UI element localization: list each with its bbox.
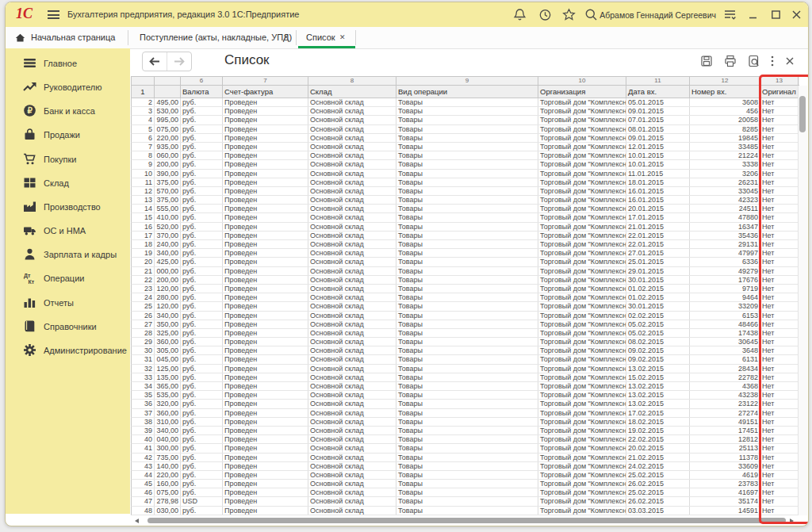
table-row[interactable]: 8060,00руб.ПроведенОсновной складТоварыТ… [131, 151, 799, 160]
table-row[interactable]: 2495,00руб.ПроведенОсновной складТоварыТ… [131, 98, 799, 107]
column-number[interactable]: 9 [396, 77, 538, 85]
table-row[interactable]: 3530,00руб.ПроведенОсновной складТоварыТ… [131, 107, 799, 116]
back-button[interactable] [143, 52, 167, 71]
tab-spisok-close-icon[interactable]: ✕ [339, 33, 346, 41]
table-row[interactable]: 25120,00руб.ПроведенОсновной складТовары… [131, 302, 799, 311]
sidebar-item-7[interactable]: ОС и НМА [6, 219, 130, 243]
print-button[interactable] [724, 55, 737, 67]
column-number[interactable]: 11 [626, 77, 690, 85]
sidebar-item-1[interactable]: Руководителю [6, 75, 130, 99]
horizontal-scrollbar-thumb[interactable] [147, 518, 786, 523]
table-row[interactable]: 23120,00руб.ПроведенОсновной складТовары… [131, 285, 799, 293]
table-row[interactable]: 20425,00руб.ПроведенОсновной складТовары… [131, 258, 799, 266]
save-button[interactable] [700, 55, 713, 67]
column-header-5[interactable]: Вид операции [396, 86, 538, 98]
table-row[interactable]: 6220,00руб.ПроведенОсновной складТоварыТ… [131, 134, 799, 143]
table-row[interactable]: 48030,00руб.ПроведенОсновной складТовары… [131, 507, 799, 515]
table-row[interactable]: 47278,98USDПроведенОсновной складТоварыТ… [131, 497, 799, 506]
column-header-6[interactable]: Организация [538, 86, 626, 98]
table-row[interactable]: 12570,00руб.ПроведенОсновной складТовары… [131, 187, 799, 196]
table-row[interactable]: 39340,00руб.ПроведенОсновной складТовары… [131, 427, 799, 435]
close-window-button[interactable] [790, 8, 803, 21]
currency-cell: руб. [181, 346, 223, 354]
table-row[interactable]: 22200,00руб.ПроведенОсновной складТовары… [131, 276, 799, 285]
table-row[interactable]: 34365,00руб.ПроведенОсновной складТовары… [131, 382, 799, 391]
table-row[interactable]: 21000,00руб.ПроведенОсновной складТовары… [131, 267, 799, 276]
forward-button[interactable] [167, 52, 191, 71]
table-row[interactable]: 32125,00руб.ПроведенОсновной складТовары… [131, 365, 799, 373]
table-row[interactable]: 28325,00руб.ПроведенОсновной складТовары… [131, 329, 799, 338]
find-button[interactable] [748, 55, 760, 67]
table-row[interactable]: 19340,00руб.ПроведенОсновной складТовары… [131, 249, 799, 258]
table-row[interactable]: 7935,00руб.ПроведенОсновной складТоварыТ… [131, 143, 799, 151]
history-icon[interactable] [538, 8, 552, 21]
table-row[interactable]: 16520,00руб.ПроведенОсновной складТовары… [131, 223, 799, 232]
table-row[interactable]: 30305,00руб.ПроведенОсновной складТовары… [131, 346, 799, 355]
user-name[interactable]: Абрамов Геннадий Сергеевич [599, 10, 716, 20]
column-number[interactable]: 8 [308, 77, 396, 85]
main-menu-icon[interactable] [48, 10, 59, 21]
column-header-3[interactable]: Счет-фактура [223, 86, 308, 98]
table-row[interactable]: 15410,00руб.ПроведенОсновной складТовары… [131, 213, 799, 222]
table-row[interactable]: 5075,00руб.ПроведенОсновной складТоварыТ… [131, 125, 799, 134]
table-row[interactable]: 17370,00руб.ПроведенОсновной складТовары… [131, 232, 799, 240]
table-row[interactable]: 26340,00руб.ПроведенОсновной складТовары… [131, 312, 799, 320]
table-row[interactable]: 11375,00руб.ПроведенОсновной складТовары… [131, 178, 799, 187]
currency-cell: руб. [181, 170, 223, 178]
column-header-7[interactable]: Дата вх. [626, 86, 690, 98]
table-row[interactable]: 36320,00руб.ПроведенОсновной складТовары… [131, 400, 799, 408]
table-row[interactable]: 10390,00руб.ПроведенОсновной складТовары… [131, 170, 799, 178]
sidebar-item-4[interactable]: Покупки [6, 147, 130, 171]
sidebar-item-0[interactable]: Главное [6, 52, 130, 75]
more-actions-button[interactable] [766, 55, 779, 67]
table-row[interactable]: 45160,00руб.ПроведенОсновной складТовары… [131, 480, 799, 488]
table-row[interactable]: 14555,00руб.ПроведенОсновной складТовары… [131, 205, 799, 213]
column-number[interactable]: 6 [181, 77, 223, 85]
table-row[interactable]: 35535,00руб.ПроведенОсновной складТовары… [131, 391, 799, 400]
table-row[interactable]: 13375,00руб.ПроведенОсновной складТовары… [131, 196, 799, 205]
sidebar-item-12[interactable]: Администрирование [6, 339, 130, 362]
column-number[interactable]: 7 [223, 77, 308, 85]
hscroll-left-arrow[interactable] [135, 519, 139, 523]
sidebar-item-5[interactable]: Склад [6, 171, 130, 195]
table-row[interactable]: 4995,00руб.ПроведенОсновной складТоварыТ… [131, 116, 799, 124]
sidebar-item-10[interactable]: Отчеты [6, 291, 130, 315]
table-row[interactable]: 24280,00руб.ПроведенОсновной складТовары… [131, 293, 799, 302]
column-header-4[interactable]: Склад [308, 86, 396, 98]
column-header-1[interactable] [155, 86, 181, 98]
table-row[interactable]: 27350,00руб.ПроведенОсновной складТовары… [131, 320, 799, 329]
sidebar-item-3[interactable]: Продажи [6, 123, 130, 147]
table-row[interactable]: 18240,00руб.ПроведенОсновной складТовары… [131, 240, 799, 249]
column-header-8[interactable]: Номер вх. [690, 86, 760, 98]
table-row[interactable]: 40040,00руб.ПроведенОсновной складТовары… [131, 435, 799, 444]
sidebar-item-11[interactable]: Справочники [6, 315, 130, 339]
service-menu-icon[interactable] [723, 8, 737, 21]
minimize-button[interactable] [746, 8, 760, 21]
tab-postuplenie-close-icon[interactable]: ✕ [283, 33, 289, 41]
table-row[interactable]: 38310,00руб.ПроведенОсновной складТовары… [131, 418, 799, 427]
maximize-button[interactable] [769, 8, 783, 21]
table-row[interactable]: 46075,00руб.ПроведенОсновной складТовары… [131, 488, 799, 497]
table-row[interactable]: 37360,00руб.ПроведенОсновной складТовары… [131, 409, 799, 418]
close-form-button[interactable] [783, 55, 796, 67]
table-row[interactable]: 42735,00руб.ПроведенОсновной складТовары… [131, 454, 799, 462]
sidebar-item-6[interactable]: Производство [6, 195, 130, 219]
table-row[interactable]: 41300,00руб.ПроведенОсновной складТовары… [131, 444, 799, 453]
favorites-icon[interactable] [562, 8, 576, 21]
column-number[interactable]: 12 [690, 77, 760, 85]
search-icon[interactable] [584, 8, 598, 21]
column-header-2[interactable]: Валюта [181, 86, 223, 98]
sidebar-item-2[interactable]: ₽Банк и касса [6, 99, 130, 123]
sidebar-item-9[interactable]: ДтКтОперации [6, 266, 130, 290]
table-row[interactable]: 31045,00руб.ПроведенОсновной складТовары… [131, 355, 799, 364]
table-row[interactable]: 44220,00руб.ПроведенОсновной складТовары… [131, 471, 799, 480]
sidebar-item-8[interactable]: Зарплата и кадры [6, 243, 130, 266]
column-number[interactable] [132, 77, 155, 85]
notifications-icon[interactable] [513, 8, 527, 21]
table-row[interactable]: 33135,00руб.ПроведенОсновной складТовары… [131, 373, 799, 382]
table-row[interactable]: 29360,00руб.ПроведенОсновной складТовары… [131, 338, 799, 346]
column-number[interactable] [155, 77, 181, 85]
table-row[interactable]: 43140,00руб.ПроведенОсновной складТовары… [131, 462, 799, 471]
column-number[interactable]: 10 [538, 77, 626, 85]
table-row[interactable]: 9200,00руб.ПроведенОсновной складТоварыТ… [131, 160, 799, 169]
